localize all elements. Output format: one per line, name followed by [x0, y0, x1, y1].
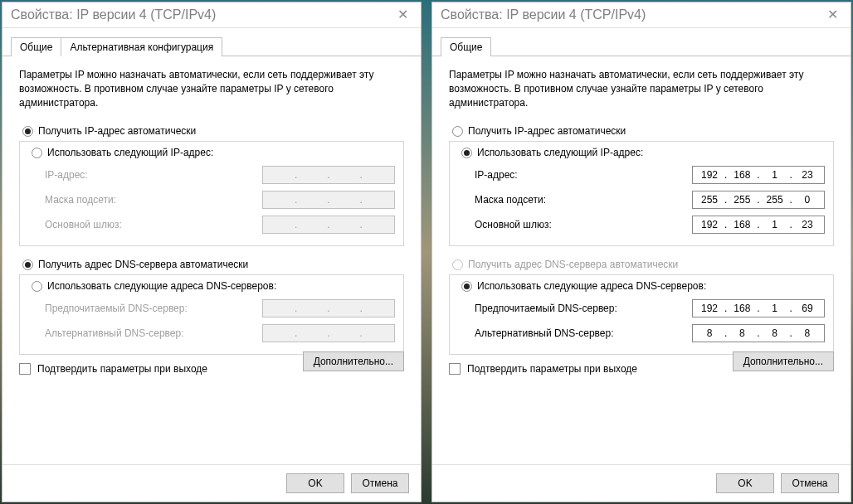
subnet-mask-label: Маска подсети: — [475, 194, 685, 206]
radio-icon — [461, 281, 472, 292]
gateway-row: Основной шлюз: 192. 168. 1. 23 — [458, 212, 825, 237]
subnet-mask-label: Маска подсети: — [45, 194, 256, 206]
dns-group: Использовать следующие адреса DNS-сервер… — [19, 274, 404, 355]
radio-label: Получить адрес DNS-сервера автоматически — [38, 259, 248, 270]
subnet-mask-row: Маска подсети: 255. 255. 255. 0 — [458, 187, 825, 212]
subnet-mask-row: Маска подсети: . . . — [28, 187, 395, 212]
content: Параметры IP можно назначать автоматичес… — [2, 56, 421, 464]
radio-label: Использовать следующий IP-адрес: — [47, 147, 213, 158]
intro-text: Параметры IP можно назначать автоматичес… — [19, 68, 404, 109]
alternate-dns-input: . . . — [262, 324, 395, 342]
tab-general[interactable]: Общие — [11, 37, 61, 56]
tabs: Общие — [432, 28, 851, 56]
radio-label: Получить IP-адрес автоматически — [38, 125, 196, 137]
gateway-label: Основной шлюз: — [475, 219, 685, 230]
gateway-input[interactable]: 192. 168. 1. 23 — [692, 216, 825, 234]
advanced-button[interactable]: Дополнительно... — [303, 351, 404, 371]
radio-label: Использовать следующий IP-адрес: — [477, 147, 643, 158]
footer: OK Отмена — [432, 464, 851, 502]
confirm-label: Подтвердить параметры при выходе — [37, 363, 207, 375]
radio-label: Получить адрес DNS-сервера автоматически — [468, 259, 678, 270]
alternate-dns-label: Альтернативный DNS-сервер: — [45, 327, 256, 339]
radio-label: Получить IP-адрес автоматически — [468, 125, 626, 137]
cancel-button[interactable]: Отмена — [781, 473, 839, 493]
alternate-dns-row: Альтернативный DNS-сервер: . . . — [28, 321, 395, 346]
gateway-label: Основной шлюз: — [45, 219, 256, 230]
dns-group: Использовать следующие адреса DNS-сервер… — [449, 274, 834, 355]
radio-manual-ip[interactable]: Использовать следующий IP-адрес: — [20, 141, 403, 162]
window-title: Свойства: IP версии 4 (TCP/IPv4) — [11, 7, 391, 22]
radio-auto-ip[interactable]: Получить IP-адрес автоматически — [452, 121, 834, 141]
tab-general[interactable]: Общие — [441, 37, 491, 56]
radio-auto-dns[interactable]: Получить адрес DNS-сервера автоматически — [22, 254, 404, 274]
radio-icon — [452, 259, 463, 270]
ok-button[interactable]: OK — [716, 473, 774, 493]
advanced-button[interactable]: Дополнительно... — [733, 351, 834, 371]
radio-icon — [32, 148, 42, 158]
subnet-mask-input[interactable]: 255. 255. 255. 0 — [692, 191, 825, 209]
preferred-dns-label: Предпочитаемый DNS-сервер: — [45, 303, 256, 314]
confirm-checkbox[interactable] — [449, 363, 461, 375]
close-icon[interactable]: ✕ — [391, 8, 414, 22]
tabs: Общие Альтернативная конфигурация — [2, 28, 421, 56]
alternate-dns-input[interactable]: 8. 8. 8. 8 — [692, 324, 825, 342]
radio-auto-dns: Получить адрес DNS-сервера автоматически — [452, 254, 834, 274]
confirm-label: Подтвердить параметры при выходе — [467, 363, 637, 375]
close-icon[interactable]: ✕ — [821, 8, 844, 22]
radio-label: Использовать следующие адреса DNS-сервер… — [47, 280, 276, 292]
ip-address-row: IP-адрес: . . . — [28, 162, 395, 187]
radio-icon — [22, 126, 33, 137]
preferred-dns-label: Предпочитаемый DNS-сервер: — [475, 303, 685, 314]
radio-auto-ip[interactable]: Получить IP-адрес автоматически — [22, 121, 404, 141]
preferred-dns-row: Предпочитаемый DNS-сервер: 192. 168. 1. … — [458, 296, 825, 321]
alternate-dns-row: Альтернативный DNS-сервер: 8. 8. 8. 8 — [458, 321, 825, 346]
intro-text: Параметры IP можно назначать автоматичес… — [449, 68, 834, 109]
radio-manual-ip[interactable]: Использовать следующий IP-адрес: — [450, 141, 833, 162]
radio-icon — [22, 259, 33, 270]
ip-address-label: IP-адрес: — [475, 169, 685, 181]
gateway-row: Основной шлюз: . . . — [28, 212, 395, 237]
content: Параметры IP можно назначать автоматичес… — [432, 56, 851, 464]
ip-group: Использовать следующий IP-адрес: IP-адре… — [449, 141, 834, 246]
titlebar: Свойства: IP версии 4 (TCP/IPv4) ✕ — [432, 2, 851, 28]
gateway-input: . . . — [262, 216, 395, 234]
titlebar: Свойства: IP версии 4 (TCP/IPv4) ✕ — [2, 2, 421, 28]
ok-button[interactable]: OK — [286, 473, 344, 493]
ip-address-row: IP-адрес: 192. 168. 1. 23 — [458, 162, 825, 187]
ip-address-label: IP-адрес: — [45, 169, 256, 181]
radio-icon — [461, 148, 472, 158]
radio-manual-dns[interactable]: Использовать следующие адреса DNS-сервер… — [20, 274, 403, 296]
preferred-dns-row: Предпочитаемый DNS-сервер: . . . — [28, 296, 395, 321]
ip-group: Использовать следующий IP-адрес: IP-адре… — [19, 141, 404, 246]
cancel-button[interactable]: Отмена — [351, 473, 409, 493]
confirm-checkbox[interactable] — [19, 363, 31, 375]
dialog-left: Свойства: IP версии 4 (TCP/IPv4) ✕ Общие… — [2, 2, 422, 502]
subnet-mask-input: . . . — [262, 191, 395, 209]
preferred-dns-input[interactable]: 192. 168. 1. 69 — [692, 299, 825, 317]
tab-alternate-config[interactable]: Альтернативная конфигурация — [61, 37, 222, 56]
preferred-dns-input: . . . — [262, 299, 395, 317]
radio-label: Использовать следующие адреса DNS-сервер… — [477, 280, 706, 292]
radio-icon — [32, 281, 42, 292]
footer: OK Отмена — [2, 464, 421, 502]
radio-manual-dns[interactable]: Использовать следующие адреса DNS-сервер… — [450, 274, 833, 296]
ip-address-input: . . . — [262, 166, 395, 184]
window-title: Свойства: IP версии 4 (TCP/IPv4) — [441, 7, 821, 22]
radio-icon — [452, 126, 463, 137]
alternate-dns-label: Альтернативный DNS-сервер: — [475, 327, 685, 339]
ip-address-input[interactable]: 192. 168. 1. 23 — [692, 166, 825, 184]
dialog-right: Свойства: IP версии 4 (TCP/IPv4) ✕ Общие… — [431, 2, 851, 502]
